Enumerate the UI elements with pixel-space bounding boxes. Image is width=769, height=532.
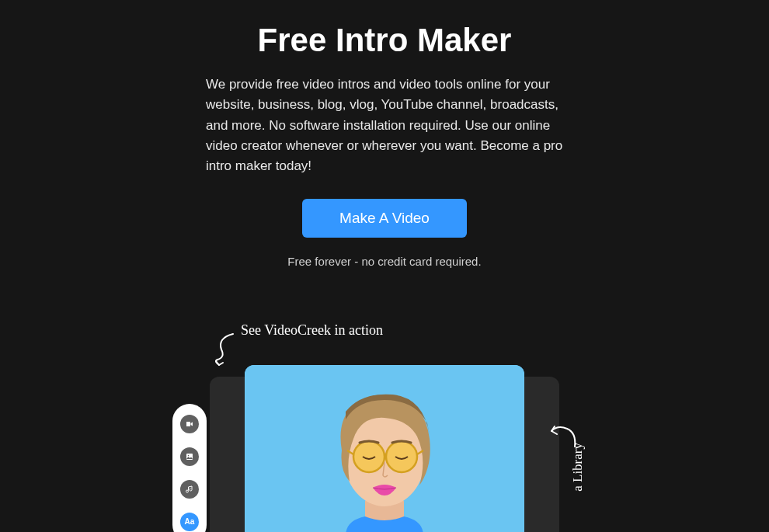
make-video-button[interactable]: Make A Video: [302, 199, 467, 238]
hero-description: We provide free video intros and video t…: [206, 75, 563, 177]
svg-point-3: [386, 441, 417, 472]
svg-point-2: [353, 441, 384, 472]
demo-section: See VideoCreek in action: [0, 322, 769, 532]
arrow-curly-icon: [210, 330, 241, 369]
callout-library: a Library: [570, 443, 586, 492]
page-title: Free Intro Maker: [183, 22, 586, 59]
video-icon[interactable]: [180, 415, 199, 433]
text-icon[interactable]: Aa: [180, 513, 199, 531]
callout-see-action: See VideoCreek in action: [241, 322, 383, 339]
hero-section: Free Intro Maker We provide free video i…: [183, 0, 586, 268]
cta-subtext: Free forever - no credit card required.: [183, 255, 586, 268]
editor-toolbar: Aa: [172, 404, 207, 532]
video-preview: [245, 365, 524, 532]
person-illustration: [245, 365, 524, 532]
music-icon[interactable]: [180, 480, 199, 499]
image-icon[interactable]: [180, 447, 199, 466]
svg-point-8: [188, 454, 190, 456]
